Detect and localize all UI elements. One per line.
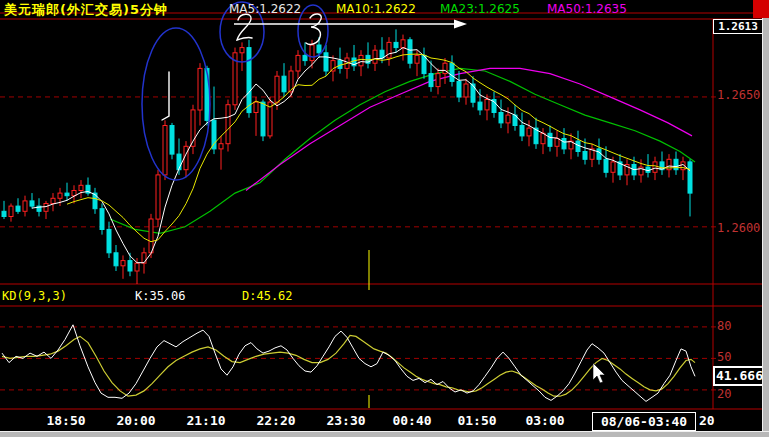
chart-title: 美元瑞郎(外汇交易)5分钟 bbox=[4, 1, 168, 19]
mouse-cursor bbox=[593, 363, 605, 383]
kd-k-value: K:35.06 bbox=[135, 289, 186, 303]
time-label-right: 20 bbox=[699, 413, 715, 428]
time-label: 23:30 bbox=[324, 413, 368, 428]
kd-indicator-label: KD(9,3,3) bbox=[2, 289, 67, 303]
kd-axis-50: 50 bbox=[717, 350, 731, 364]
bottom-window-edge bbox=[0, 431, 769, 437]
kd-axis-20: 20 bbox=[717, 387, 731, 401]
time-label: 22:20 bbox=[254, 413, 298, 428]
kd-d-value: D:45.62 bbox=[242, 289, 293, 303]
vertical-scrollbar[interactable] bbox=[762, 18, 769, 432]
time-label: 01:50 bbox=[455, 413, 499, 428]
trading-app-window: 美元瑞郎(外汇交易)5分钟 MA5:1.2622 MA10:1.2622 MA2… bbox=[0, 0, 769, 437]
ma5-label: MA5:1.2622 bbox=[229, 2, 301, 16]
annotation-digit-1 bbox=[162, 72, 169, 120]
time-label: 20:00 bbox=[114, 413, 158, 428]
time-label: 21:10 bbox=[184, 413, 228, 428]
candlestick-chart-canvas[interactable] bbox=[0, 0, 769, 437]
corner-red-block bbox=[753, 0, 769, 18]
annotation-digit-2 bbox=[237, 14, 252, 40]
kd-axis-80: 80 bbox=[717, 319, 731, 333]
ma23-label: MA23:1.2625 bbox=[440, 2, 520, 16]
price-label-12600: 1.2600 bbox=[717, 221, 760, 235]
time-label: 18:50 bbox=[44, 413, 88, 428]
crosshair-datetime-box: 08/06-03:40 bbox=[592, 412, 696, 431]
last-price-box: 1.2613 bbox=[713, 19, 763, 34]
kd-cursor-readout-box: 41.666 bbox=[713, 366, 766, 386]
ma10-label: MA10:1.2622 bbox=[336, 2, 416, 16]
price-label-12650: 1.2650 bbox=[717, 88, 760, 102]
time-label: 03:00 bbox=[523, 413, 567, 428]
ma50-label: MA50:1.2635 bbox=[547, 2, 627, 16]
time-label: 00:40 bbox=[390, 413, 434, 428]
